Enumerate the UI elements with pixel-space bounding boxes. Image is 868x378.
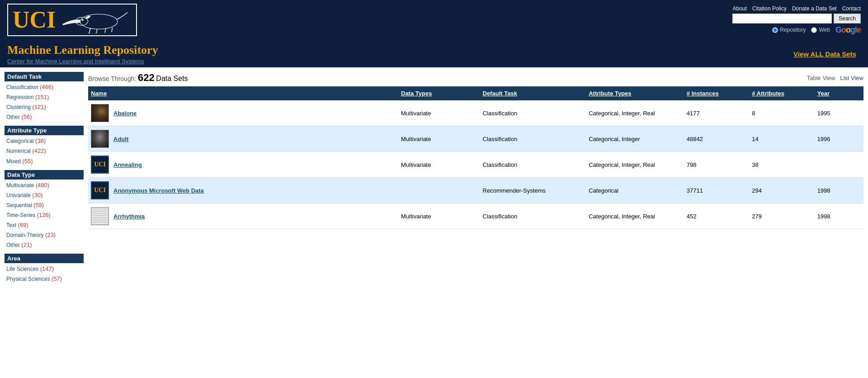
table-body: Abalone Multivariate Classification Cate… (88, 100, 863, 229)
data-types-adult: Multivariate (398, 126, 480, 152)
sidebar-item-mixed[interactable]: Mixed (6, 158, 22, 165)
adult-thumbnail (91, 130, 109, 148)
instances-anon-ms: 37711 (684, 178, 749, 203)
about-link[interactable]: About (733, 5, 747, 12)
svg-line-6 (112, 28, 113, 32)
anteater-icon (59, 6, 132, 33)
sidebar-item-other-task[interactable]: Other (6, 114, 21, 120)
logo-area: UCI (7, 4, 137, 36)
sort-by-attributes[interactable]: # Attributes (752, 90, 784, 97)
sort-by-attribute-types[interactable]: Attribute Types (589, 90, 631, 97)
sidebar-item-clustering[interactable]: Clustering (6, 104, 32, 110)
sidebar-item-classification[interactable]: Classification (6, 84, 40, 90)
header-right: About Citation Policy Donate a Data Set … (732, 5, 861, 35)
browse-label-area: Browse Through: 622 Data Sets (88, 72, 188, 84)
sidebar-item-life-sciences[interactable]: Life Sciences (6, 266, 40, 272)
attribute-types-annealing: Categorical, Integer, Real (586, 152, 684, 178)
top-links: About Citation Policy Donate a Data Set … (733, 5, 861, 12)
th-name: Name (88, 86, 398, 100)
multivariate-count: (480) (36, 182, 49, 189)
data-types-arrhythmia: Multivariate (398, 203, 480, 229)
univariate-count: (30) (32, 192, 42, 198)
svg-point-0 (80, 14, 118, 29)
other-data-count: (21) (21, 241, 32, 248)
clustering-count: (121) (32, 104, 46, 110)
sidebar-item-multivariate[interactable]: Multivariate (6, 182, 36, 189)
list-item: Other (56) (6, 112, 84, 122)
repository-radio-label[interactable]: Repository (772, 27, 806, 33)
classification-count: (466) (40, 84, 53, 90)
sidebar-section-attribute-type: Attribute Type (5, 126, 84, 135)
sidebar-item-text[interactable]: Text (6, 222, 18, 228)
dataset-name-area: Adult (91, 130, 396, 148)
sidebar-item-other-data[interactable]: Other (6, 242, 21, 248)
sidebar-data-type-links: Multivariate (480) Univariate (30) Seque… (5, 180, 84, 250)
citation-policy-link[interactable]: Citation Policy (752, 5, 787, 12)
sort-by-default-task[interactable]: Default Task (483, 90, 517, 97)
text-count: (69) (18, 222, 28, 228)
other-task-count: (56) (21, 113, 32, 120)
sidebar-item-categorical[interactable]: Categorical (6, 138, 35, 144)
web-radio-label[interactable]: Web (811, 27, 830, 33)
dataset-link-adult[interactable]: Adult (113, 136, 128, 142)
instances-abalone: 4177 (684, 100, 749, 126)
sort-by-instances[interactable]: # Instances (687, 90, 719, 97)
sidebar-item-regression[interactable]: Regression (6, 94, 35, 100)
attributes-anon-ms: 294 (749, 178, 814, 203)
search-button[interactable]: Search (834, 14, 861, 24)
sort-by-name[interactable]: Name (91, 90, 107, 97)
sidebar-section-default-task: Default Task (5, 72, 84, 81)
instances-annealing: 798 (684, 152, 749, 178)
dataset-link-anon-ms[interactable]: Anonymous Microsoft Web Data (113, 187, 204, 194)
list-item: Multivariate (480) (6, 180, 84, 190)
list-view-link[interactable]: List View (840, 75, 863, 81)
sort-by-data-types[interactable]: Data Types (401, 90, 432, 97)
sidebar-item-numerical[interactable]: Numerical (6, 148, 32, 154)
list-item: Univariate (30) (6, 190, 84, 200)
name-cell-annealing: UCI Annealing (88, 152, 398, 178)
list-item: Mixed (55) (6, 156, 84, 166)
repo-subtitle[interactable]: Center for Machine Learning and Intellig… (7, 58, 158, 65)
svg-point-2 (82, 19, 83, 21)
dataset-link-annealing[interactable]: Annealing (113, 161, 142, 168)
svg-line-3 (90, 28, 90, 33)
svg-line-4 (97, 29, 98, 33)
table-row: Abalone Multivariate Classification Cate… (88, 100, 863, 126)
search-input[interactable] (732, 14, 832, 24)
data-types-anon-ms (398, 178, 480, 203)
search-bar: Search (732, 14, 861, 24)
default-task-arrhythmia: Classification (480, 203, 586, 229)
life-sciences-count: (147) (40, 265, 54, 272)
sidebar-item-physical-sciences[interactable]: Physical Sciences (6, 276, 52, 282)
donate-dataset-link[interactable]: Donate a Data Set (792, 5, 837, 12)
default-task-annealing: Classification (480, 152, 586, 178)
dataset-link-arrhythmia[interactable]: Arrhythmia (113, 213, 145, 220)
list-item: Sequential (59) (6, 200, 84, 210)
uci-logo: UCI (7, 4, 137, 36)
view-all-datasets-link[interactable]: View ALL Data Sets (793, 50, 856, 58)
sidebar-item-sequential[interactable]: Sequential (6, 202, 33, 208)
google-logo: Google (835, 25, 861, 35)
year-adult: 1996 (815, 126, 863, 152)
web-radio[interactable] (811, 27, 817, 33)
sidebar-default-task-links: Classification (466) Regression (151) Cl… (5, 82, 84, 122)
list-item: Clustering (121) (6, 102, 84, 112)
list-item: Regression (151) (6, 92, 84, 102)
svg-line-5 (105, 29, 106, 33)
dataset-name-area: UCI Annealing (91, 156, 396, 174)
sidebar-item-univariate[interactable]: Univariate (6, 192, 32, 198)
th-attributes: # Attributes (749, 86, 814, 100)
regression-count: (151) (35, 94, 49, 100)
repository-radio[interactable] (772, 27, 778, 33)
sort-by-year[interactable]: Year (817, 90, 830, 97)
attributes-annealing: 38 (749, 152, 814, 178)
table-row: UCI Anonymous Microsoft Web Data Recomme… (88, 178, 863, 203)
instances-arrhythmia: 452 (684, 203, 749, 229)
dataset-name-area: UCI Anonymous Microsoft Web Data (91, 181, 396, 199)
dataset-link-abalone[interactable]: Abalone (113, 110, 137, 117)
contact-link[interactable]: Contact (842, 5, 861, 12)
browse-count-suffix: Data Sets (156, 75, 188, 82)
sidebar-item-domain-theory[interactable]: Domain-Theory (6, 232, 45, 238)
sidebar-item-time-series[interactable]: Time-Series (6, 212, 37, 218)
list-item: Text (69) (6, 220, 84, 230)
